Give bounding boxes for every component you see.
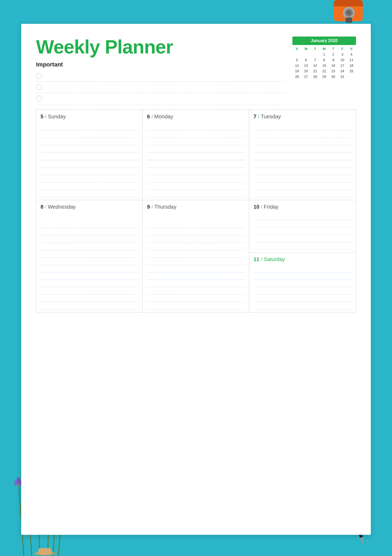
- important-row-1: [36, 70, 286, 82]
- cal-day-1-0: 5: [292, 57, 301, 63]
- sunday-num: 5: [41, 114, 43, 120]
- cal-header-s1: S: [292, 46, 301, 52]
- cal-header-t2: T: [329, 46, 338, 52]
- friday-saturday-col: 10 / Friday 11: [249, 200, 356, 312]
- cal-day-0-6: 4: [347, 52, 356, 57]
- planner-paper: Weekly Planner Important January 2020: [21, 24, 371, 535]
- cal-week-2: 12131415161718: [292, 63, 356, 68]
- thursday-name: Thursday: [154, 204, 176, 210]
- svg-point-6: [346, 10, 351, 15]
- wednesday-lines: [41, 213, 138, 310]
- cal-day-3-3: 22: [320, 68, 329, 74]
- cal-day-4-6: [347, 74, 356, 79]
- wednesday-header: 8 / Wednesday: [41, 204, 138, 210]
- checkbox-3[interactable]: [36, 96, 42, 101]
- cal-day-0-4: 2: [329, 52, 338, 57]
- cal-day-4-5: 31: [338, 74, 347, 79]
- sunday-name: Sunday: [48, 114, 66, 120]
- days-row-1: 5 / Sunday: [36, 110, 356, 200]
- saturday-header: 11 / Saturday: [253, 256, 351, 262]
- cal-day-0-5: 3: [338, 52, 347, 57]
- cal-day-2-0: 12: [292, 63, 301, 68]
- day-cell-saturday: 11 / Saturday: [249, 253, 356, 312]
- day-cell-wednesday: 8 / Wednesday: [36, 200, 143, 312]
- cal-day-3-2: 21: [311, 68, 320, 74]
- cal-day-0-2: [311, 52, 320, 57]
- thursday-num: 9: [147, 204, 150, 210]
- sunday-lines: [41, 122, 138, 197]
- wednesday-name: Wednesday: [48, 204, 76, 210]
- monday-lines: [147, 122, 245, 197]
- monday-header: 6 / Monday: [147, 114, 245, 120]
- important-row-2: [36, 82, 286, 93]
- saturday-name: Saturday: [264, 256, 285, 262]
- important-label: Important: [36, 61, 286, 68]
- cal-day-2-1: 13: [301, 63, 310, 68]
- monday-name: Monday: [154, 114, 173, 120]
- tuesday-header: 7 / Tuesday: [253, 114, 351, 120]
- important-row-3: [36, 93, 286, 104]
- svg-rect-3: [334, 3, 363, 6]
- cal-day-4-0: 26: [292, 74, 301, 79]
- day-cell-sunday: 5 / Sunday: [36, 110, 143, 200]
- cal-day-2-2: 14: [311, 63, 320, 68]
- cal-week-4: 262728293031: [292, 74, 356, 79]
- title-section: Weekly Planner Important: [36, 37, 286, 104]
- cal-day-4-4: 30: [329, 74, 338, 79]
- saturday-lines: [253, 265, 351, 310]
- cal-day-1-5: 10: [338, 57, 347, 63]
- checkbox-1[interactable]: [36, 73, 42, 79]
- thursday-header: 9 / Thursday: [147, 204, 245, 210]
- cal-header-w: W: [320, 46, 329, 52]
- cal-day-3-4: 23: [329, 68, 338, 74]
- cal-week-3: 19202122232425: [292, 68, 356, 74]
- page-title: Weekly Planner: [36, 37, 286, 57]
- svg-point-45: [14, 480, 17, 486]
- calendar-grid: S M T W T F S 12345678910111213141516171…: [292, 46, 356, 79]
- cal-day-2-4: 16: [329, 63, 338, 68]
- cal-day-1-4: 9: [329, 57, 338, 63]
- cal-day-3-0: 19: [292, 68, 301, 74]
- checkbox-2[interactable]: [36, 84, 42, 90]
- svg-rect-48: [38, 548, 52, 555]
- tuesday-name: Tuesday: [261, 114, 281, 120]
- cal-day-0-3: 1: [320, 52, 329, 57]
- day-cell-monday: 6 / Monday: [143, 110, 249, 200]
- cal-day-2-6: 18: [347, 63, 356, 68]
- cal-day-2-3: 15: [320, 63, 329, 68]
- cal-day-4-3: 29: [320, 74, 329, 79]
- friday-num: 10: [253, 204, 259, 210]
- mini-calendar: January 2020 S M T W T F S 1234567891011…: [292, 37, 356, 79]
- cal-day-1-2: 7: [311, 57, 320, 63]
- thursday-lines: [147, 213, 245, 310]
- cal-day-4-2: 28: [311, 74, 320, 79]
- tuesday-lines: [253, 122, 351, 197]
- cal-day-0-1: [301, 52, 310, 57]
- cal-header-t1: T: [311, 46, 320, 52]
- cal-day-4-1: 27: [301, 74, 310, 79]
- wednesday-num: 8: [41, 204, 43, 210]
- calendar-day-headers: S M T W T F S: [292, 46, 356, 52]
- cal-day-3-6: 25: [347, 68, 356, 74]
- cal-day-1-1: 6: [301, 57, 310, 63]
- days-row-2: 8 / Wednesday: [36, 200, 356, 312]
- cal-day-3-1: 20: [301, 68, 310, 74]
- cal-day-0-0: [292, 52, 301, 57]
- friday-lines: [253, 213, 351, 250]
- svg-rect-7: [346, 17, 352, 23]
- cal-day-2-5: 17: [338, 63, 347, 68]
- cal-day-1-6: 11: [347, 57, 356, 63]
- cal-day-1-3: 8: [320, 57, 329, 63]
- friday-header: 10 / Friday: [253, 204, 351, 210]
- header: Weekly Planner Important January 2020: [36, 37, 356, 104]
- cal-week-0: 1234: [292, 52, 356, 57]
- day-cell-tuesday: 7 / Tuesday: [249, 110, 356, 200]
- cal-header-m: M: [301, 46, 310, 52]
- tuesday-num: 7: [253, 114, 256, 120]
- day-cell-friday: 10 / Friday: [249, 200, 356, 253]
- monday-num: 6: [147, 114, 150, 120]
- svg-marker-13: [360, 537, 365, 546]
- calendar-body: 1234567891011121314151617181920212223242…: [292, 52, 356, 79]
- friday-name: Friday: [264, 204, 279, 210]
- sunday-header: 5 / Sunday: [41, 114, 138, 120]
